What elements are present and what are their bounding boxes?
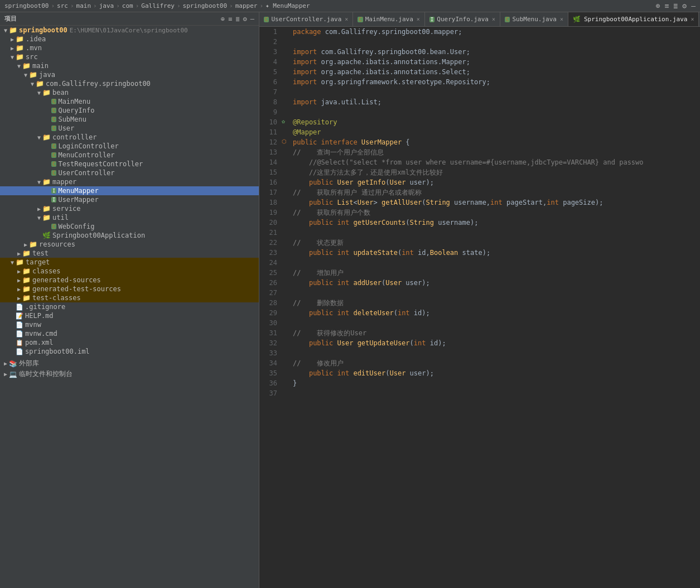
tree-mvnw[interactable]: 📄 mvnw: [0, 320, 259, 329]
line-code[interactable]: import org.apache.ibatis.annotations.Map…: [291, 57, 700, 67]
line-code[interactable]: // 删除数据: [291, 298, 700, 308]
tree-bean[interactable]: ▼ 📁 bean: [0, 88, 259, 97]
line-code[interactable]: public interface UserMapper {: [291, 137, 700, 147]
tab-close-icon[interactable]: ×: [345, 16, 348, 22]
line-code[interactable]: // 获取所有用户个数: [291, 208, 700, 218]
tree-menucontroller[interactable]: C MenuController: [0, 151, 259, 160]
line-code[interactable]: @Repository: [291, 117, 700, 127]
tree-project-root[interactable]: ▼ 📁 springboot00 E:\HUMEN\01JavaCore\spr…: [0, 26, 259, 35]
line-code[interactable]: // 增加用户: [291, 268, 700, 278]
sidebar-icon-4[interactable]: ⚙: [243, 15, 247, 23]
tree-testrequestcontroller[interactable]: C TestRequestController: [0, 160, 259, 168]
tree-target[interactable]: ▼ 📁 target: [0, 258, 259, 267]
tree-pomxml[interactable]: 📋 pom.xml: [0, 338, 259, 347]
line-code[interactable]: // 获取所有用户 通过用户名或者昵称: [291, 187, 700, 197]
sidebar-icon-5[interactable]: —: [250, 15, 254, 23]
tree-usermapper[interactable]: I UserMapper: [0, 195, 259, 204]
tree-main[interactable]: ▼ 📁 main: [0, 61, 259, 70]
tree-controlller[interactable]: ▼ 📁 controlller: [0, 133, 259, 142]
tree-mainmenu[interactable]: C MainMenu: [0, 97, 259, 106]
line-code[interactable]: public int deleteUser(int id);: [291, 308, 700, 318]
line-code[interactable]: public int updateState(int id,Boolean st…: [291, 248, 700, 258]
line-code[interactable]: public User getInfo(User user);: [291, 177, 700, 187]
tree-service[interactable]: ▶ 📁 service: [0, 204, 259, 213]
line-code[interactable]: // 查询一个用户全部信息: [291, 147, 700, 157]
editor-area[interactable]: 1package com.Gallifrey.springboot00.mapp…: [259, 27, 700, 588]
tab-close-icon[interactable]: ×: [560, 16, 563, 22]
sidebar-icon-1[interactable]: ⊕: [221, 15, 225, 23]
tab-close-icon[interactable]: ×: [492, 16, 495, 22]
line-code[interactable]: [291, 388, 700, 398]
tree-test[interactable]: ▶ 📁 test: [0, 249, 259, 258]
tree-com-gallifrey[interactable]: ▼ 📁 com.Gallifrey.springboot00: [0, 79, 259, 88]
tree-java[interactable]: ▼ 📁 java: [0, 70, 259, 79]
line-code[interactable]: [291, 318, 700, 328]
line-code[interactable]: [291, 87, 700, 97]
line-code[interactable]: //这里方法太多了，还是使用xml文件比较好: [291, 167, 700, 177]
tree-idea[interactable]: ▶ 📁 .idea: [0, 35, 259, 44]
tree-webconfig[interactable]: C WebConfig: [0, 222, 259, 231]
line-code[interactable]: public User getUpdateUser(int id);: [291, 338, 700, 348]
tree-test-classes[interactable]: ▶ 📁 test-classes: [0, 293, 259, 302]
tree-generated-test-sources[interactable]: ▶ 📁 generated-test-sources: [0, 285, 259, 293]
line-code[interactable]: public int getUserCounts(String username…: [291, 218, 700, 228]
line-code[interactable]: [291, 288, 700, 298]
tree-mvnwcmd[interactable]: 📄 mvnw.cmd: [0, 329, 259, 338]
line-code[interactable]: [291, 348, 700, 358]
sidebar-icon-2[interactable]: ≡: [228, 15, 232, 23]
line-code[interactable]: // 获得修改的User: [291, 328, 700, 338]
line-code[interactable]: // 修改用户: [291, 358, 700, 368]
tree-external-lib[interactable]: ▶ 📚 外部库: [0, 358, 259, 369]
tree-mapper[interactable]: ▼ 📁 mapper: [0, 177, 259, 186]
line-code[interactable]: [291, 37, 700, 47]
tree-submenu[interactable]: C SubMenu: [0, 115, 259, 124]
line-code[interactable]: import java.util.List;: [291, 97, 700, 107]
tree-gitignore[interactable]: 📄 .gitignore: [0, 302, 259, 311]
line-code[interactable]: // 状态更新: [291, 238, 700, 248]
line-code[interactable]: import com.Gallifrey.springboot00.bean.U…: [291, 47, 700, 57]
line-code[interactable]: //@Select("select *from user where usern…: [291, 157, 700, 167]
tab-mainmenu[interactable]: C MainMenu.java ×: [353, 12, 425, 27]
sidebar-icon-3[interactable]: ≣: [235, 15, 239, 23]
tree-util[interactable]: ▼ 📁 util: [0, 213, 259, 222]
minimize-icon[interactable]: —: [691, 2, 696, 10]
tree-temp-files[interactable]: ▶ 💻 临时文件和控制台: [0, 369, 259, 379]
tab-springboot00application[interactable]: 🌿 Springboot00Application.java ×: [568, 12, 699, 27]
tree-helpmd[interactable]: 📝 HELP.md: [0, 311, 259, 320]
line-number: 16: [259, 177, 282, 187]
tree-iml[interactable]: 📄 springboot00.iml: [0, 347, 259, 356]
tab-submenu[interactable]: C SubMenu.java ×: [500, 12, 568, 27]
line-code[interactable]: @Mapper: [291, 127, 700, 137]
add-icon[interactable]: ⊕: [656, 2, 660, 10]
tree-generated-sources[interactable]: ▶ 📁 generated-sources: [0, 276, 259, 285]
tab-usercontroller[interactable]: C UserController.java ×: [259, 12, 353, 27]
tree-user[interactable]: C User: [0, 124, 259, 133]
list-icon[interactable]: ≡: [665, 2, 669, 10]
line-code[interactable]: public int addUser(User user);: [291, 278, 700, 288]
tree-classes[interactable]: ▶ 📁 classes: [0, 267, 259, 276]
tree-resources[interactable]: ▶ 📁 resources: [0, 240, 259, 249]
line-code[interactable]: import org.apache.ibatis.annotations.Sel…: [291, 67, 700, 77]
line-code[interactable]: import org.springframework.stereotype.Re…: [291, 77, 700, 87]
tree-mvn[interactable]: ▶ 📁 .mvn: [0, 44, 259, 52]
tree-queryinfo[interactable]: C QueryInfo: [0, 106, 259, 115]
tab-close-icon[interactable]: ×: [691, 16, 694, 22]
menumapper-label: MenuMapper: [58, 187, 98, 195]
line-code[interactable]: public List<User> getAllUser(String user…: [291, 197, 700, 208]
table-row: 6import org.springframework.stereotype.R…: [259, 77, 700, 87]
line-code[interactable]: }: [291, 378, 700, 388]
tree-src[interactable]: ▼ 📁 src: [0, 52, 259, 61]
line-code[interactable]: [291, 228, 700, 238]
line-code[interactable]: [291, 258, 700, 268]
tree-springboot00application[interactable]: 🌿 Springboot00Application: [0, 231, 259, 240]
tree-usercontroller[interactable]: C UserController: [0, 168, 259, 177]
line-code[interactable]: package com.Gallifrey.springboot00.mappe…: [291, 27, 700, 37]
tree-menumapper[interactable]: I MenuMapper: [0, 186, 259, 195]
tab-close-icon[interactable]: ×: [417, 16, 420, 22]
menu-icon[interactable]: ≣: [674, 2, 678, 10]
line-code[interactable]: [291, 107, 700, 117]
line-code[interactable]: public int editUser(User user);: [291, 368, 700, 378]
gear-icon[interactable]: ⚙: [682, 2, 687, 10]
tree-logincontroller[interactable]: C LoginController: [0, 142, 259, 151]
tab-queryinfo[interactable]: I QueryInfo.java ×: [425, 12, 500, 27]
